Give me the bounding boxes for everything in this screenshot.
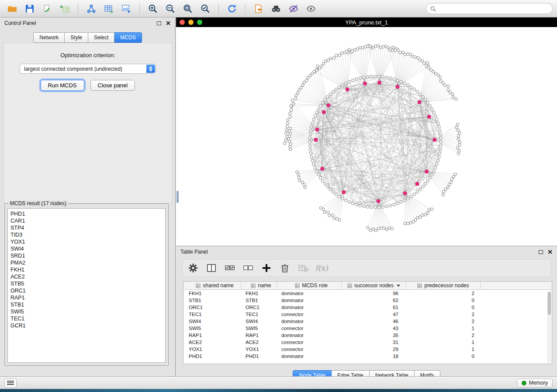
leaf-node[interactable] [323,211,326,213]
leaf-node[interactable] [382,45,384,48]
network-node[interactable] [312,163,315,165]
network-node[interactable] [322,179,324,182]
network-node[interactable] [429,176,431,179]
leaf-node[interactable] [294,97,297,100]
network-node[interactable] [355,203,358,206]
leaf-node[interactable] [432,70,435,73]
network-node[interactable] [393,78,395,80]
maximize-window-icon[interactable] [197,20,202,25]
import-network-button[interactable] [39,2,55,16]
network-node[interactable] [311,122,314,124]
leaf-node[interactable] [401,51,404,54]
leaf-node[interactable] [307,76,309,79]
close-panel-button[interactable]: Close panel [90,80,135,91]
leaf-node[interactable] [298,176,300,179]
network-node[interactable] [310,125,313,128]
mcds-result-item[interactable]: STB1 [10,301,165,308]
share-document-button[interactable] [251,2,266,16]
network-node[interactable] [439,144,442,147]
network-node[interactable] [309,133,311,135]
leaf-node[interactable] [300,86,302,89]
network-node[interactable] [352,79,354,82]
network-node[interactable] [315,170,318,172]
leaf-node[interactable] [457,135,460,138]
dominator-node[interactable] [378,81,381,84]
network-node[interactable] [385,76,388,79]
leaf-node[interactable] [447,186,450,189]
leaf-node[interactable] [290,105,292,107]
network-node[interactable] [410,86,412,89]
leaf-node[interactable] [298,89,300,91]
leaf-node[interactable] [331,214,334,217]
network-node[interactable] [319,104,322,107]
dominator-node[interactable] [403,192,407,195]
network-node[interactable] [439,137,442,139]
network-node[interactable] [309,129,312,132]
zoom-fit-button[interactable] [180,2,196,16]
leaf-node[interactable] [404,53,406,56]
network-node[interactable] [381,206,384,208]
network-node[interactable] [359,77,361,79]
leaf-node[interactable] [295,94,298,96]
leaf-node[interactable] [327,58,329,61]
global-search-field[interactable] [426,3,553,14]
new-network-button[interactable] [83,2,99,16]
leaf-node[interactable] [353,48,356,51]
leaf-node[interactable] [287,138,290,140]
network-node[interactable] [315,111,318,114]
network-node[interactable] [426,101,429,104]
network-node[interactable] [326,96,329,98]
network-canvas[interactable] [176,27,557,246]
leaf-node[interactable] [455,126,458,129]
network-node[interactable] [366,76,369,78]
leaf-node[interactable] [458,141,461,143]
leaf-node[interactable] [388,49,391,52]
network-node[interactable] [381,76,384,78]
network-node[interactable] [389,77,391,79]
save-session-button[interactable] [22,2,38,16]
leaf-node[interactable] [412,220,415,223]
leaf-node[interactable] [455,98,457,100]
network-node[interactable] [431,108,433,110]
leaf-node[interactable] [351,49,353,52]
mcds-result-item[interactable]: ACE2 [10,273,165,280]
leaf-node[interactable] [448,183,450,186]
leaf-node[interactable] [289,148,291,151]
network-node[interactable] [422,186,424,188]
leaf-node[interactable] [284,132,287,134]
network-node[interactable] [410,195,412,198]
leaf-node[interactable] [372,228,374,230]
delete-column-button[interactable] [279,262,291,274]
export-image-button[interactable] [118,2,134,16]
network-node[interactable] [403,199,406,202]
create-column-button[interactable] [260,262,273,274]
leaf-node[interactable] [450,181,452,183]
leaf-node[interactable] [391,227,393,230]
mcds-result-list[interactable]: PHD1CAR1STP4TID3YOX1SWI4SRD1PMA2FKH1ACE2… [7,208,166,363]
network-node[interactable] [317,108,320,110]
status-menu-button[interactable] [4,378,17,388]
table-row[interactable]: TEC1TEC1connector472 [183,311,552,318]
leaf-node[interactable] [288,140,291,143]
mcds-result-item[interactable]: FKH1 [10,266,165,273]
network-node[interactable] [345,199,347,202]
mcds-result-item[interactable]: SRD1 [10,252,165,259]
network-node[interactable] [400,201,402,203]
leaf-node[interactable] [313,70,315,73]
dominator-node[interactable] [315,128,319,131]
network-node[interactable] [400,80,402,83]
network-node[interactable] [413,193,415,196]
network-node[interactable] [407,84,409,86]
leaf-node[interactable] [407,222,409,225]
leaf-node[interactable] [288,145,291,148]
leaf-node[interactable] [301,181,304,183]
leaf-node[interactable] [284,139,287,141]
leaf-node[interactable] [296,171,298,173]
table-row[interactable]: ACE2ACE2connector311 [183,339,552,346]
leaf-node[interactable] [369,229,371,231]
leaf-node[interactable] [419,58,421,61]
zoom-in-button[interactable] [145,2,161,16]
leaf-node[interactable] [361,46,364,49]
leaf-node[interactable] [457,146,459,149]
table-row[interactable]: STB1STB1dominator620 [183,297,552,304]
